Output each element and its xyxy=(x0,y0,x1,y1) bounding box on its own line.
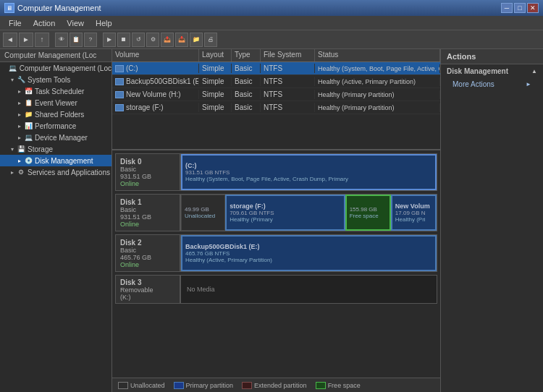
partition[interactable]: 155.98 GB Free space xyxy=(345,195,391,231)
partition[interactable]: 49.99 GB Unallocated xyxy=(181,195,225,231)
forward-button[interactable]: ► xyxy=(19,33,33,47)
play-button[interactable]: ▶ xyxy=(103,33,116,47)
tree-expander-storage[interactable]: ▾ xyxy=(9,145,16,153)
window-controls: ─ □ ✕ xyxy=(501,3,539,13)
legend-extended-label: Extended partition xyxy=(254,382,307,389)
tree-item-shared-folders[interactable]: ▸ 📁 Shared Folders xyxy=(0,108,111,120)
tree-label-device-manager: Device Manager xyxy=(33,134,88,142)
menu-help[interactable]: Help xyxy=(90,17,118,29)
volume-icon xyxy=(115,78,124,85)
partition-status: Healthy (Primary xyxy=(230,216,273,223)
tree-label-services: Services and Applications xyxy=(26,169,110,176)
legend-unallocated-color xyxy=(118,382,128,389)
table-row[interactable]: New Volume (H:) Simple Basic NTFS Health… xyxy=(112,88,440,101)
menu-file[interactable]: File xyxy=(3,17,28,29)
tree-container: 💻 Computer Management (Loc ▾ 🔧 System To… xyxy=(0,62,111,178)
no-media-label: No Media xyxy=(181,276,437,303)
folder-button[interactable]: 📁 xyxy=(190,33,203,47)
window-title: Computer Management xyxy=(17,4,498,12)
disk-type: Removable xyxy=(120,286,175,294)
td-type: Basic xyxy=(232,77,261,86)
more-actions-text: More Actions xyxy=(452,80,494,88)
tree-expander-performance[interactable]: ▸ xyxy=(16,122,23,129)
disk-size: (K:) xyxy=(120,294,175,301)
tree-expander-services[interactable]: ▸ xyxy=(9,169,16,176)
maximize-button[interactable]: □ xyxy=(514,3,526,13)
td-status: Healthy (System, Boot, Page File, Active… xyxy=(315,64,440,73)
tree-panel: Computer Management (Loc 💻 Computer Mana… xyxy=(0,49,112,392)
show-hide-button[interactable]: 👁 xyxy=(55,33,68,47)
volume-icon xyxy=(115,91,124,98)
disk-status: Online xyxy=(120,261,175,268)
partition[interactable]: (C:) 931.51 GB NTFS Healthy (System, Boo… xyxy=(181,154,437,190)
tree-item-computer[interactable]: 💻 Computer Management (Loc xyxy=(0,62,111,74)
partition-status: Healthy (System, Boot, Page File, Active… xyxy=(185,176,348,182)
properties-button[interactable]: 📋 xyxy=(70,33,83,47)
tree-icon-device-manager: 💻 xyxy=(23,133,33,142)
legend-free-color xyxy=(316,382,326,389)
tree-expander-device-manager[interactable]: ▸ xyxy=(16,134,23,141)
actions-disk-management[interactable]: Disk Management ▲ xyxy=(441,64,543,78)
disk-name: Disk 1 xyxy=(120,198,175,206)
menu-action[interactable]: Action xyxy=(28,17,62,29)
partition-label: (C:) xyxy=(185,162,197,169)
tree-icon-computer: 💻 xyxy=(8,64,18,72)
tree-expander-disk-management[interactable]: ▸ xyxy=(16,157,23,164)
close-button[interactable]: ✕ xyxy=(527,3,539,13)
more-actions-link[interactable]: More Actions ► xyxy=(441,78,543,90)
td-status: Healthy (Primary Partition) xyxy=(315,103,440,112)
disk-name: Disk 3 xyxy=(120,278,175,286)
app-icon: 🖥 xyxy=(4,3,14,13)
tree-icon-task-scheduler: 📅 xyxy=(23,87,33,95)
td-fs: NTFS xyxy=(261,103,315,112)
partition[interactable]: New Volum 17.09 GB N Healthy (Pri xyxy=(391,195,437,231)
tree-expander-shared-folders[interactable]: ▸ xyxy=(16,111,23,118)
back-button[interactable]: ◄ xyxy=(3,33,17,47)
help-button[interactable]: ? xyxy=(84,33,97,47)
tree-item-event-viewer[interactable]: ▸ 📋 Event Viewer xyxy=(0,97,111,108)
export-button[interactable]: 📤 xyxy=(161,33,174,47)
tree-label-shared-folders: Shared Folders xyxy=(33,111,84,119)
import-button[interactable]: 📥 xyxy=(175,33,188,47)
content-area: Volume Layout Type File System Status (C… xyxy=(112,49,440,392)
tree-label-system-tools: System Tools xyxy=(26,76,70,84)
partition-status: Healthy (Active, Primary Partition) xyxy=(185,257,272,263)
td-status: Healthy (Active, Primary Partition) xyxy=(315,77,440,86)
tree-icon-system-tools: 🔧 xyxy=(16,75,26,84)
tree-expander-computer[interactable] xyxy=(1,64,8,72)
disk-section: Disk 0 Basic 931.51 GB Online (C:) 931.5… xyxy=(112,150,440,378)
tree-expander-task-scheduler[interactable]: ▸ xyxy=(16,88,23,95)
tree-item-storage[interactable]: ▾ 💾 Storage xyxy=(0,143,111,155)
up-button[interactable]: ↑ xyxy=(35,33,49,47)
stop-button[interactable]: ⏹ xyxy=(117,33,130,47)
td-volume: Backup500GBDisk1 (E:) xyxy=(112,77,199,86)
disk-type: Basic xyxy=(120,206,175,213)
tree-expander-event-viewer[interactable]: ▸ xyxy=(16,99,23,106)
tree-item-task-scheduler[interactable]: ▸ 📅 Task Scheduler xyxy=(0,85,111,97)
partition-label: storage (F:) xyxy=(230,203,266,210)
tree-item-disk-management[interactable]: ▸ 💿 Disk Management xyxy=(0,155,111,166)
tree-item-performance[interactable]: ▸ 📊 Performance xyxy=(0,120,111,132)
disk-row-removable: Disk 3 Removable (K:) No Media xyxy=(115,275,437,304)
tree-item-services[interactable]: ▸ ⚙ Services and Applications xyxy=(0,166,111,178)
settings-button[interactable]: ⚙ xyxy=(146,33,159,47)
table-row[interactable]: Backup500GBDisk1 (E:) Simple Basic NTFS … xyxy=(112,75,440,88)
table-row[interactable]: storage (F:) Simple Basic NTFS Healthy (… xyxy=(112,101,440,114)
tree-item-system-tools[interactable]: ▾ 🔧 System Tools xyxy=(0,74,111,85)
table-row[interactable]: (C:) Simple Basic NTFS Healthy (System, … xyxy=(112,62,440,75)
legend-free-label: Free space xyxy=(328,382,361,389)
disk-row-disk2: Disk 2 Basic 465.76 GB Online Backup500G… xyxy=(115,234,437,272)
td-type: Basic xyxy=(232,90,261,99)
print-button[interactable]: 🖨 xyxy=(204,33,217,47)
tree-item-device-manager[interactable]: ▸ 💻 Device Manager xyxy=(0,132,111,143)
td-fs: NTFS xyxy=(261,64,315,73)
menu-view[interactable]: View xyxy=(61,17,90,29)
minimize-button[interactable]: ─ xyxy=(501,3,513,13)
td-volume: storage (F:) xyxy=(112,103,199,112)
partition[interactable]: Backup500GBDisk1 (E:) 465.76 GB NTFSHeal… xyxy=(181,235,437,271)
disk-size: 931.51 GB xyxy=(120,213,175,221)
refresh-button[interactable]: ↺ xyxy=(132,33,145,47)
partition[interactable]: storage (F:) 709.61 GB NTFS Healthy (Pri… xyxy=(225,195,345,231)
tree-icon-performance: 📊 xyxy=(23,122,33,130)
tree-expander-system-tools[interactable]: ▾ xyxy=(9,76,16,83)
